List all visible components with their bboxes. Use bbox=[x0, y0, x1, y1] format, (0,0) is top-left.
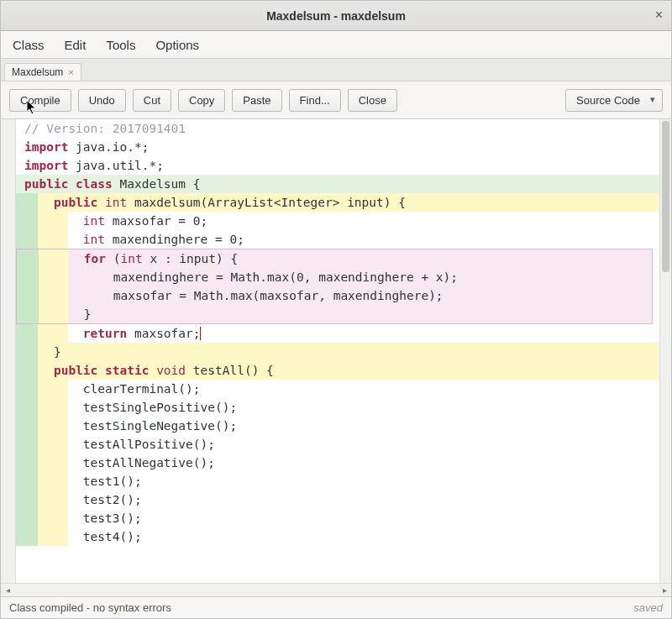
text-caret bbox=[200, 327, 201, 340]
scroll-right-icon[interactable]: ▸ bbox=[658, 585, 671, 595]
cut-button[interactable]: Cut bbox=[133, 89, 171, 112]
scrollbar-thumb[interactable] bbox=[662, 121, 669, 272]
code-token: public bbox=[24, 196, 105, 209]
copy-button[interactable]: Copy bbox=[178, 89, 225, 112]
code-token: int bbox=[121, 252, 143, 265]
code-token: maxdelsum(ArrayList<Integer> input) { bbox=[127, 196, 406, 209]
tabbar: Maxdelsum × bbox=[1, 58, 671, 81]
code-line: testSingleNegative(); bbox=[16, 417, 659, 435]
editor-area: // Version: 2017091401 import java.io.*;… bbox=[1, 118, 671, 583]
code-line: testSinglePositive(); bbox=[16, 398, 659, 417]
code-token: class bbox=[76, 177, 113, 191]
code-token: maxendinghere = 0; bbox=[105, 233, 244, 246]
menu-options[interactable]: Options bbox=[155, 38, 199, 52]
code-line: maxendinghere = Math.max(0, maxendingher… bbox=[17, 268, 652, 286]
app-window: Maxdelsum - maxdelsum × Class Edit Tools… bbox=[0, 0, 672, 619]
code-line: testAllPositive(); bbox=[16, 435, 659, 454]
titlebar: Maxdelsum - maxdelsum × bbox=[1, 1, 671, 31]
menu-edit[interactable]: Edit bbox=[65, 38, 87, 52]
statusbar: Class compiled - no syntax errors saved bbox=[1, 596, 671, 618]
undo-button[interactable]: Undo bbox=[78, 89, 126, 112]
vertical-scrollbar[interactable] bbox=[659, 119, 671, 583]
code-token: static bbox=[105, 364, 156, 377]
code-line: maxsofar = Math.max(maxsofar, maxendingh… bbox=[17, 286, 652, 305]
code-token: java.util.*; bbox=[68, 159, 164, 172]
code-token: testAll() { bbox=[186, 364, 274, 377]
code-token: maxsofar; bbox=[127, 327, 200, 340]
scroll-left-icon[interactable]: ◂ bbox=[1, 585, 14, 595]
code-token: int bbox=[24, 214, 105, 228]
code-token: void bbox=[156, 364, 186, 377]
code-token: java.io.*; bbox=[68, 140, 149, 154]
source-editor[interactable]: // Version: 2017091401 import java.io.*;… bbox=[16, 119, 659, 583]
menu-tools[interactable]: Tools bbox=[106, 38, 135, 52]
window-title: Maxdelsum - maxdelsum bbox=[266, 9, 406, 23]
file-tab[interactable]: Maxdelsum × bbox=[4, 63, 81, 81]
code-token: int bbox=[105, 196, 127, 209]
code-token: return bbox=[24, 327, 127, 340]
code-line: test1(); bbox=[16, 472, 659, 490]
file-tab-label: Maxdelsum bbox=[12, 66, 63, 78]
code-token: import bbox=[24, 159, 68, 172]
code-token: for bbox=[25, 252, 106, 265]
horizontal-scrollbar[interactable]: ◂ ▸ bbox=[1, 583, 671, 596]
paste-button[interactable]: Paste bbox=[232, 89, 281, 112]
status-message: Class compiled - no syntax errors bbox=[9, 601, 171, 614]
code-line: } bbox=[16, 343, 659, 361]
save-status: saved bbox=[633, 601, 663, 614]
window-close-button[interactable]: × bbox=[655, 8, 663, 23]
menubar: Class Edit Tools Options bbox=[1, 31, 671, 58]
compile-button[interactable]: Compile bbox=[9, 89, 71, 112]
toolbar: Compile Undo Cut Copy Paste Find... Clos… bbox=[1, 81, 671, 118]
code-line: testAllNegative(); bbox=[16, 454, 659, 472]
code-line: test2(); bbox=[16, 490, 659, 509]
code-token: public bbox=[24, 177, 76, 191]
find-button[interactable]: Find... bbox=[289, 89, 341, 112]
code-line: clearTerminal(); bbox=[16, 380, 659, 398]
code-line: test3(); bbox=[16, 509, 659, 527]
code-token: maxsofar = 0; bbox=[105, 214, 207, 228]
code-token: Maxdelsum { bbox=[113, 177, 201, 191]
code-line: } bbox=[17, 305, 652, 323]
code-line: // Version: 2017091401 bbox=[24, 122, 186, 135]
tab-close-icon[interactable]: × bbox=[68, 67, 73, 77]
code-token: x : input) { bbox=[143, 252, 239, 265]
close-button[interactable]: Close bbox=[348, 89, 397, 112]
compile-button-label: Compile bbox=[20, 94, 60, 107]
code-token: public bbox=[24, 364, 105, 377]
code-line: test4(); bbox=[16, 527, 659, 546]
view-mode-label: Source Code bbox=[576, 94, 640, 107]
menu-class[interactable]: Class bbox=[13, 38, 45, 52]
code-token: int bbox=[24, 233, 105, 246]
code-token: ( bbox=[106, 252, 120, 265]
fold-gutter[interactable] bbox=[1, 119, 16, 583]
view-mode-combo[interactable]: Source Code bbox=[565, 89, 663, 112]
code-token: import bbox=[24, 140, 68, 154]
